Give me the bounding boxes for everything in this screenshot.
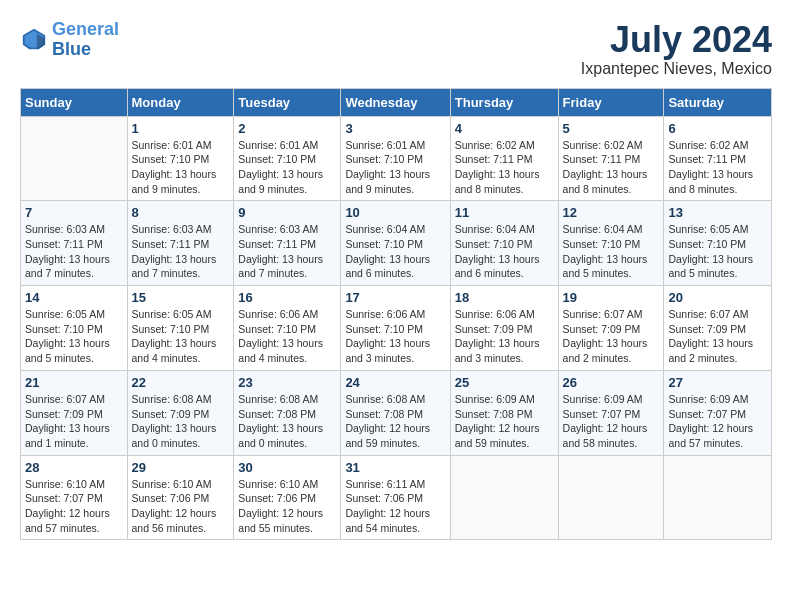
logo-icon bbox=[20, 26, 48, 54]
calendar-cell: 20Sunrise: 6:07 AMSunset: 7:09 PMDayligh… bbox=[664, 286, 772, 371]
cell-info: Sunrise: 6:09 AMSunset: 7:07 PMDaylight:… bbox=[668, 392, 767, 451]
day-number: 28 bbox=[25, 460, 123, 475]
calendar-cell: 19Sunrise: 6:07 AMSunset: 7:09 PMDayligh… bbox=[558, 286, 664, 371]
calendar-cell: 18Sunrise: 6:06 AMSunset: 7:09 PMDayligh… bbox=[450, 286, 558, 371]
calendar-cell: 16Sunrise: 6:06 AMSunset: 7:10 PMDayligh… bbox=[234, 286, 341, 371]
cell-info: Sunrise: 6:08 AMSunset: 7:08 PMDaylight:… bbox=[238, 392, 336, 451]
cell-info: Sunrise: 6:10 AMSunset: 7:06 PMDaylight:… bbox=[132, 477, 230, 536]
column-header-monday: Monday bbox=[127, 88, 234, 116]
cell-info: Sunrise: 6:06 AMSunset: 7:10 PMDaylight:… bbox=[345, 307, 445, 366]
calendar-cell: 26Sunrise: 6:09 AMSunset: 7:07 PMDayligh… bbox=[558, 370, 664, 455]
day-number: 26 bbox=[563, 375, 660, 390]
calendar-cell bbox=[21, 116, 128, 201]
day-number: 23 bbox=[238, 375, 336, 390]
cell-info: Sunrise: 6:08 AMSunset: 7:09 PMDaylight:… bbox=[132, 392, 230, 451]
day-number: 30 bbox=[238, 460, 336, 475]
week-row-1: 1Sunrise: 6:01 AMSunset: 7:10 PMDaylight… bbox=[21, 116, 772, 201]
day-number: 31 bbox=[345, 460, 445, 475]
calendar-body: 1Sunrise: 6:01 AMSunset: 7:10 PMDaylight… bbox=[21, 116, 772, 540]
cell-info: Sunrise: 6:07 AMSunset: 7:09 PMDaylight:… bbox=[563, 307, 660, 366]
calendar-table: SundayMondayTuesdayWednesdayThursdayFrid… bbox=[20, 88, 772, 541]
cell-info: Sunrise: 6:01 AMSunset: 7:10 PMDaylight:… bbox=[345, 138, 445, 197]
cell-info: Sunrise: 6:10 AMSunset: 7:07 PMDaylight:… bbox=[25, 477, 123, 536]
cell-info: Sunrise: 6:05 AMSunset: 7:10 PMDaylight:… bbox=[132, 307, 230, 366]
calendar-cell: 4Sunrise: 6:02 AMSunset: 7:11 PMDaylight… bbox=[450, 116, 558, 201]
calendar-cell bbox=[558, 455, 664, 540]
cell-info: Sunrise: 6:05 AMSunset: 7:10 PMDaylight:… bbox=[25, 307, 123, 366]
calendar-cell: 30Sunrise: 6:10 AMSunset: 7:06 PMDayligh… bbox=[234, 455, 341, 540]
day-number: 17 bbox=[345, 290, 445, 305]
day-number: 15 bbox=[132, 290, 230, 305]
day-number: 27 bbox=[668, 375, 767, 390]
calendar-cell: 27Sunrise: 6:09 AMSunset: 7:07 PMDayligh… bbox=[664, 370, 772, 455]
calendar-cell: 31Sunrise: 6:11 AMSunset: 7:06 PMDayligh… bbox=[341, 455, 450, 540]
calendar-cell: 13Sunrise: 6:05 AMSunset: 7:10 PMDayligh… bbox=[664, 201, 772, 286]
cell-info: Sunrise: 6:04 AMSunset: 7:10 PMDaylight:… bbox=[563, 222, 660, 281]
day-number: 5 bbox=[563, 121, 660, 136]
calendar-cell: 24Sunrise: 6:08 AMSunset: 7:08 PMDayligh… bbox=[341, 370, 450, 455]
calendar-cell: 12Sunrise: 6:04 AMSunset: 7:10 PMDayligh… bbox=[558, 201, 664, 286]
day-number: 3 bbox=[345, 121, 445, 136]
day-number: 16 bbox=[238, 290, 336, 305]
week-row-3: 14Sunrise: 6:05 AMSunset: 7:10 PMDayligh… bbox=[21, 286, 772, 371]
day-number: 20 bbox=[668, 290, 767, 305]
page-header: GeneralBlue July 2024 Ixpantepec Nieves,… bbox=[20, 20, 772, 78]
cell-info: Sunrise: 6:03 AMSunset: 7:11 PMDaylight:… bbox=[25, 222, 123, 281]
title-block: July 2024 Ixpantepec Nieves, Mexico bbox=[581, 20, 772, 78]
calendar-cell: 5Sunrise: 6:02 AMSunset: 7:11 PMDaylight… bbox=[558, 116, 664, 201]
day-number: 18 bbox=[455, 290, 554, 305]
calendar-cell: 15Sunrise: 6:05 AMSunset: 7:10 PMDayligh… bbox=[127, 286, 234, 371]
calendar-cell bbox=[664, 455, 772, 540]
cell-info: Sunrise: 6:04 AMSunset: 7:10 PMDaylight:… bbox=[455, 222, 554, 281]
column-header-tuesday: Tuesday bbox=[234, 88, 341, 116]
calendar-cell: 7Sunrise: 6:03 AMSunset: 7:11 PMDaylight… bbox=[21, 201, 128, 286]
cell-info: Sunrise: 6:02 AMSunset: 7:11 PMDaylight:… bbox=[563, 138, 660, 197]
day-number: 6 bbox=[668, 121, 767, 136]
calendar-cell: 25Sunrise: 6:09 AMSunset: 7:08 PMDayligh… bbox=[450, 370, 558, 455]
logo: GeneralBlue bbox=[20, 20, 119, 60]
day-number: 9 bbox=[238, 205, 336, 220]
calendar-cell: 17Sunrise: 6:06 AMSunset: 7:10 PMDayligh… bbox=[341, 286, 450, 371]
calendar-cell: 3Sunrise: 6:01 AMSunset: 7:10 PMDaylight… bbox=[341, 116, 450, 201]
cell-info: Sunrise: 6:07 AMSunset: 7:09 PMDaylight:… bbox=[668, 307, 767, 366]
calendar-cell: 21Sunrise: 6:07 AMSunset: 7:09 PMDayligh… bbox=[21, 370, 128, 455]
cell-info: Sunrise: 6:08 AMSunset: 7:08 PMDaylight:… bbox=[345, 392, 445, 451]
calendar-cell: 10Sunrise: 6:04 AMSunset: 7:10 PMDayligh… bbox=[341, 201, 450, 286]
calendar-cell: 22Sunrise: 6:08 AMSunset: 7:09 PMDayligh… bbox=[127, 370, 234, 455]
day-number: 12 bbox=[563, 205, 660, 220]
day-number: 29 bbox=[132, 460, 230, 475]
day-number: 24 bbox=[345, 375, 445, 390]
cell-info: Sunrise: 6:06 AMSunset: 7:10 PMDaylight:… bbox=[238, 307, 336, 366]
cell-info: Sunrise: 6:09 AMSunset: 7:08 PMDaylight:… bbox=[455, 392, 554, 451]
calendar-cell: 8Sunrise: 6:03 AMSunset: 7:11 PMDaylight… bbox=[127, 201, 234, 286]
column-header-friday: Friday bbox=[558, 88, 664, 116]
cell-info: Sunrise: 6:10 AMSunset: 7:06 PMDaylight:… bbox=[238, 477, 336, 536]
calendar-cell: 1Sunrise: 6:01 AMSunset: 7:10 PMDaylight… bbox=[127, 116, 234, 201]
calendar-cell: 28Sunrise: 6:10 AMSunset: 7:07 PMDayligh… bbox=[21, 455, 128, 540]
calendar-cell: 2Sunrise: 6:01 AMSunset: 7:10 PMDaylight… bbox=[234, 116, 341, 201]
cell-info: Sunrise: 6:02 AMSunset: 7:11 PMDaylight:… bbox=[668, 138, 767, 197]
week-row-5: 28Sunrise: 6:10 AMSunset: 7:07 PMDayligh… bbox=[21, 455, 772, 540]
calendar-cell: 14Sunrise: 6:05 AMSunset: 7:10 PMDayligh… bbox=[21, 286, 128, 371]
day-number: 14 bbox=[25, 290, 123, 305]
day-number: 1 bbox=[132, 121, 230, 136]
cell-info: Sunrise: 6:06 AMSunset: 7:09 PMDaylight:… bbox=[455, 307, 554, 366]
cell-info: Sunrise: 6:11 AMSunset: 7:06 PMDaylight:… bbox=[345, 477, 445, 536]
week-row-4: 21Sunrise: 6:07 AMSunset: 7:09 PMDayligh… bbox=[21, 370, 772, 455]
calendar-cell: 29Sunrise: 6:10 AMSunset: 7:06 PMDayligh… bbox=[127, 455, 234, 540]
day-number: 19 bbox=[563, 290, 660, 305]
calendar-header: SundayMondayTuesdayWednesdayThursdayFrid… bbox=[21, 88, 772, 116]
cell-info: Sunrise: 6:01 AMSunset: 7:10 PMDaylight:… bbox=[238, 138, 336, 197]
month-year-title: July 2024 bbox=[581, 20, 772, 60]
location-title: Ixpantepec Nieves, Mexico bbox=[581, 60, 772, 78]
day-number: 25 bbox=[455, 375, 554, 390]
column-header-sunday: Sunday bbox=[21, 88, 128, 116]
day-number: 21 bbox=[25, 375, 123, 390]
cell-info: Sunrise: 6:03 AMSunset: 7:11 PMDaylight:… bbox=[238, 222, 336, 281]
calendar-cell: 11Sunrise: 6:04 AMSunset: 7:10 PMDayligh… bbox=[450, 201, 558, 286]
column-header-thursday: Thursday bbox=[450, 88, 558, 116]
day-number: 13 bbox=[668, 205, 767, 220]
day-number: 7 bbox=[25, 205, 123, 220]
cell-info: Sunrise: 6:02 AMSunset: 7:11 PMDaylight:… bbox=[455, 138, 554, 197]
day-number: 11 bbox=[455, 205, 554, 220]
